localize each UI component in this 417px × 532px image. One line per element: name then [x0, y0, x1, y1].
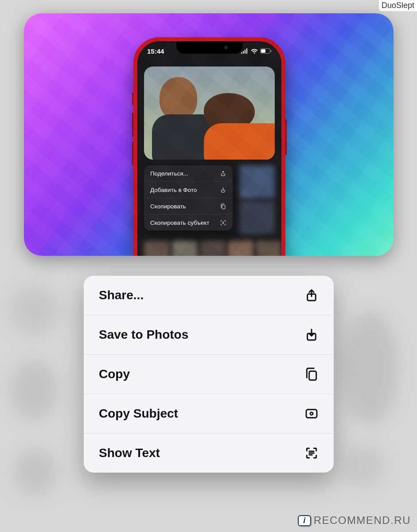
- context-menu: Share... Save to Photos Copy Copy Subjec…: [84, 276, 334, 473]
- subject-icon: [304, 407, 319, 421]
- phone-menu-item-share[interactable]: Поделиться...: [144, 165, 233, 182]
- phone-context-menu: Поделиться... Добавить в Фото Скопироват…: [144, 165, 233, 231]
- screenshot-card: 15:44 Поделиться..: [24, 13, 394, 256]
- menu-item-save-to-photos[interactable]: Save to Photos: [84, 315, 334, 355]
- user-tag: DuoSlept: [379, 0, 417, 11]
- phone-screen: 15:44 Поделиться..: [137, 41, 281, 256]
- copy-docs-icon: [220, 203, 226, 210]
- menu-item-label: Добавить в Фото: [150, 187, 197, 193]
- share-icon: [304, 288, 319, 302]
- phone-menu-item-copy-subject[interactable]: Скопировать субъект: [144, 215, 233, 231]
- phone-menu-item-copy[interactable]: Скопировать: [144, 198, 233, 215]
- svg-rect-3: [222, 205, 225, 209]
- watermark: i RECOMMEND.RU: [298, 514, 411, 527]
- download-icon: [220, 187, 226, 193]
- svg-point-9: [310, 412, 313, 415]
- subject-icon: [220, 219, 226, 226]
- share-icon: [220, 170, 226, 177]
- svg-point-4: [222, 222, 224, 223]
- status-bar-time: 15:44: [147, 47, 164, 55]
- watermark-text: RECOMMEND.RU: [314, 514, 411, 527]
- text-scan-icon: [304, 446, 319, 460]
- download-icon: [304, 328, 319, 342]
- svg-rect-7: [309, 371, 316, 380]
- menu-item-label: Save to Photos: [99, 328, 188, 342]
- wifi-icon: [251, 48, 258, 54]
- menu-item-label: Copy: [99, 367, 130, 381]
- menu-item-label: Share...: [99, 288, 144, 302]
- menu-item-share[interactable]: Share...: [84, 276, 334, 315]
- menu-item-copy-subject[interactable]: Copy Subject: [84, 394, 334, 434]
- menu-item-label: Скопировать субъект: [150, 219, 210, 226]
- menu-item-show-text[interactable]: Show Text: [84, 434, 334, 473]
- menu-item-label: Copy Subject: [99, 407, 178, 421]
- menu-item-copy[interactable]: Copy: [84, 355, 334, 394]
- svg-rect-8: [306, 410, 317, 418]
- copy-docs-icon: [304, 367, 319, 381]
- watermark-badge: i: [298, 515, 311, 526]
- phone-notch: [176, 41, 243, 54]
- selected-photo[interactable]: [144, 66, 275, 160]
- svg-rect-2: [261, 49, 265, 53]
- menu-item-label: Скопировать: [150, 203, 186, 210]
- menu-item-label: Show Text: [99, 446, 160, 460]
- phone-mockup: 15:44 Поделиться..: [133, 37, 285, 256]
- battery-icon: [260, 48, 272, 54]
- phone-menu-item-add-to-photos[interactable]: Добавить в Фото: [144, 182, 233, 198]
- menu-item-label: Поделиться...: [150, 170, 188, 177]
- svg-rect-1: [271, 50, 272, 52]
